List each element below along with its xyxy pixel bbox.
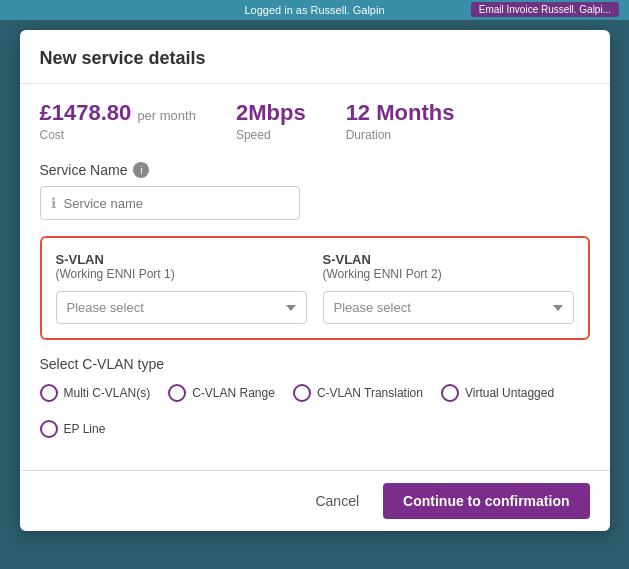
modal-footer: Cancel Continue to confirmation xyxy=(20,470,610,531)
radio-virtual-untagged[interactable]: Virtual Untagged xyxy=(441,384,554,402)
service-name-field[interactable] xyxy=(64,196,289,211)
radio-circle-cvlan-translation xyxy=(293,384,311,402)
radio-label-cvlan-translation: C-VLAN Translation xyxy=(317,386,423,400)
radio-cvlan-range[interactable]: C-VLAN Range xyxy=(168,384,275,402)
cvlan-title: Select C-VLAN type xyxy=(40,356,590,372)
svlan-port2-title: S-VLAN xyxy=(323,252,574,267)
svlan-row: S-VLAN (Working ENNI Port 1) Please sele… xyxy=(56,252,574,324)
cvlan-section: Select C-VLAN type Multi C-VLAN(s) C-VLA… xyxy=(40,356,590,438)
modal-overlay: New service details £1478.80 per month C… xyxy=(0,20,629,569)
stat-speed: 2Mbps Speed xyxy=(236,100,306,142)
stats-row: £1478.80 per month Cost 2Mbps Speed 12 M… xyxy=(40,100,590,142)
radio-circle-ep-line xyxy=(40,420,58,438)
radio-label-cvlan-range: C-VLAN Range xyxy=(192,386,275,400)
svlan-port1: S-VLAN (Working ENNI Port 1) Please sele… xyxy=(56,252,307,324)
confirm-button[interactable]: Continue to confirmation xyxy=(383,483,589,519)
radio-label-ep-line: EP Line xyxy=(64,422,106,436)
svlan-port1-subtitle: (Working ENNI Port 1) xyxy=(56,267,307,281)
radio-circle-virtual-untagged xyxy=(441,384,459,402)
radio-cvlan-translation[interactable]: C-VLAN Translation xyxy=(293,384,423,402)
svlan-port2-select[interactable]: Please select xyxy=(323,291,574,324)
duration-value: 12 Months xyxy=(346,100,455,126)
svlan-port1-select[interactable]: Please select xyxy=(56,291,307,324)
service-name-input-wrapper: ℹ xyxy=(40,186,300,220)
radio-circle-multi-cvlan xyxy=(40,384,58,402)
cancel-button[interactable]: Cancel xyxy=(303,485,371,517)
logged-in-text: Logged in as Russell. Galpin xyxy=(244,4,384,16)
info-icon[interactable]: i xyxy=(133,162,149,178)
radio-label-multi-cvlan: Multi C-VLAN(s) xyxy=(64,386,151,400)
radio-circle-cvlan-range xyxy=(168,384,186,402)
cost-suffix: per month xyxy=(137,108,196,123)
modal: New service details £1478.80 per month C… xyxy=(20,30,610,531)
svlan-port1-title: S-VLAN xyxy=(56,252,307,267)
input-info-icon: ℹ xyxy=(51,195,56,211)
speed-value: 2Mbps xyxy=(236,100,306,126)
top-bar: Logged in as Russell. Galpin Email Invoi… xyxy=(0,0,629,20)
svlan-section: S-VLAN (Working ENNI Port 1) Please sele… xyxy=(40,236,590,340)
cost-value: £1478.80 per month xyxy=(40,100,196,126)
svlan-port2-subtitle: (Working ENNI Port 2) xyxy=(323,267,574,281)
modal-body: £1478.80 per month Cost 2Mbps Speed 12 M… xyxy=(20,84,610,470)
cost-label: Cost xyxy=(40,128,196,142)
speed-label: Speed xyxy=(236,128,306,142)
svlan-port2: S-VLAN (Working ENNI Port 2) Please sele… xyxy=(323,252,574,324)
stat-cost: £1478.80 per month Cost xyxy=(40,100,196,142)
email-invoice-button[interactable]: Email Invoice Russell. Galpi... xyxy=(471,2,619,17)
service-name-label: Service Name i xyxy=(40,162,590,178)
radio-ep-line[interactable]: EP Line xyxy=(40,420,106,438)
service-name-section: Service Name i ℹ xyxy=(40,162,590,220)
radio-label-virtual-untagged: Virtual Untagged xyxy=(465,386,554,400)
radio-multi-cvlan[interactable]: Multi C-VLAN(s) xyxy=(40,384,151,402)
duration-label: Duration xyxy=(346,128,455,142)
radio-options: Multi C-VLAN(s) C-VLAN Range C-VLAN Tran… xyxy=(40,384,590,438)
cost-amount: £1478.80 xyxy=(40,100,132,125)
modal-title: New service details xyxy=(40,48,590,69)
stat-duration: 12 Months Duration xyxy=(346,100,455,142)
modal-header: New service details xyxy=(20,30,610,84)
